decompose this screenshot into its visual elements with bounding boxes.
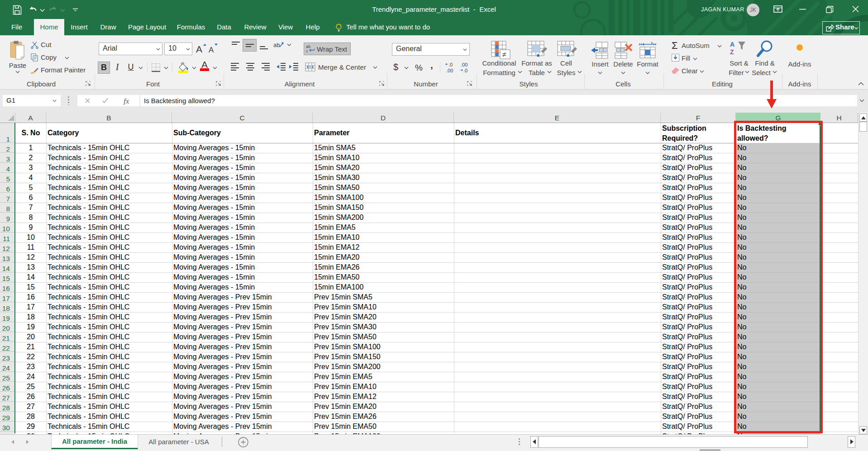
svg-text:A: A [730, 41, 734, 48]
svg-text:A: A [209, 46, 214, 54]
svg-text:≠: ≠ [502, 51, 506, 58]
svg-text:ab: ab [273, 42, 280, 48]
svg-text:fx: fx [124, 97, 129, 105]
svg-text:.00: .00 [446, 68, 453, 73]
svg-text:c: c [306, 49, 308, 53]
svg-text:.0: .0 [463, 68, 467, 73]
svg-text:Z: Z [730, 48, 734, 56]
svg-text:.0: .0 [448, 62, 453, 67]
svg-text:ab: ab [306, 44, 310, 49]
svg-text:.00: .00 [461, 62, 467, 67]
svg-text:A: A [196, 44, 202, 54]
